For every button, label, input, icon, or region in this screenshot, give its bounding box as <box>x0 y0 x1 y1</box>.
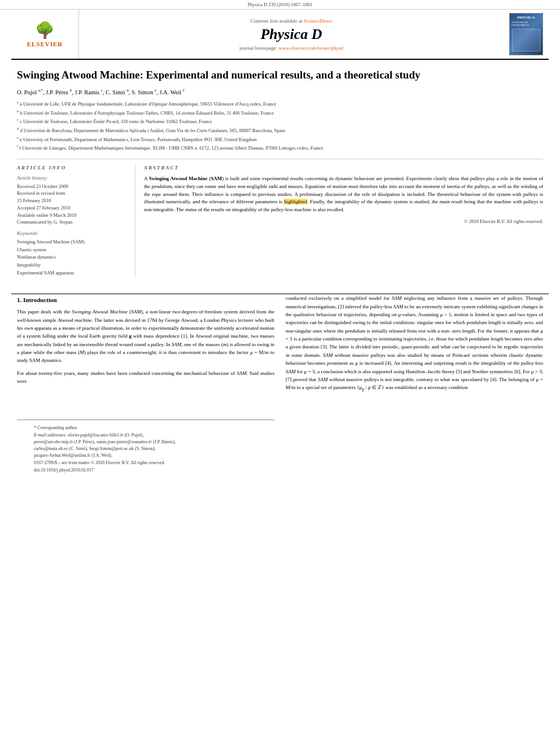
body-left-paragraph-2: For about twenty-five years, many studie… <box>17 369 274 386</box>
page-container: Physica D 239 (2010) 1067–1081 🌳 ELSEVIE… <box>0 0 560 477</box>
elsevier-logo-area: 🌳 ELSEVIER <box>11 10 79 59</box>
author-sup-d: d <box>126 88 129 93</box>
abstract-text: A Swinging Atwood Machine (SAM) is built… <box>144 175 543 215</box>
journal-homepage-line: journal homepage: www.elsevier.com/locat… <box>239 45 343 51</box>
authors-line: O. Pujol a,*, J.P. Pérez b, J.P. Ramis c… <box>17 88 543 95</box>
footnote-corresponding: * Corresponding author. <box>34 425 257 431</box>
journal-title-banner: Physica D <box>260 26 322 43</box>
author-sup-b: b <box>70 88 72 93</box>
author-sup-f: f <box>183 88 184 93</box>
body-right-paragraph-1: conducted exclusively on a simplified mo… <box>286 294 543 393</box>
homepage-label: journal homepage: <box>239 45 277 51</box>
author-sup-c: c <box>101 88 103 93</box>
article-history-title: Article history: <box>17 175 128 181</box>
elsevier-logo: ELSEVIER <box>27 41 63 47</box>
journal-ref-text: Physica D 239 (2010) 1067–1081 <box>248 2 313 7</box>
footnote-doi: doi:10.1016/j.physd.2010.02.017 <box>34 467 257 474</box>
sciencedirect-line: Contents lists available at ScienceDirec… <box>251 18 333 24</box>
copyright-line: © 2010 Elsevier B.V. All rights reserved… <box>144 219 543 224</box>
keyword-5: Experimental SAM apparatus <box>17 269 128 277</box>
keywords-title: Keywords: <box>17 230 128 236</box>
affiliation-b: b b Université de Toulouse, Laboratoire … <box>17 108 543 117</box>
footnote-emails: E-mail addresses: olivier.pujol@loa.univ… <box>34 432 257 459</box>
footnote-issn: 0167-2789/$ – see front matter © 2010 El… <box>34 460 257 466</box>
article-meta-row: ARTICLE INFO Article history: Received 2… <box>17 159 543 277</box>
article-info-title: ARTICLE INFO <box>17 165 128 171</box>
journal-header-bar: 🌳 ELSEVIER Contents lists available at S… <box>11 10 549 60</box>
keyword-4: Integrability <box>17 261 128 269</box>
article-title: Swinging Atwood Machine: Experimental an… <box>17 68 543 82</box>
footnote-area: * Corresponding author. E-mail addresses… <box>17 420 274 477</box>
affiliation-f: f f Université de Limoges, Département M… <box>17 143 543 152</box>
keywords-section: Keywords: Swinging Atwood Machine (SAM) … <box>17 230 128 277</box>
article-info-column: ARTICLE INFO Article history: Received 2… <box>17 165 135 277</box>
abstract-column: ABSTRACT A Swinging Atwood Machine (SAM)… <box>144 165 543 277</box>
keyword-3: Nonlinear dynamics <box>17 254 128 261</box>
body-left-paragraph-1: This paper deals with the Swinging Atwoo… <box>17 308 274 365</box>
keyword-2: Chaotic system <box>17 246 128 254</box>
affiliation-c: c c Université de Toulouse, Laboratoire … <box>17 117 543 125</box>
journal-cover-area: PHYSICA NONLINEAR PHENOMENA <box>504 10 549 59</box>
main-body: 1. Introduction This paper deals with th… <box>0 294 560 477</box>
section-1-title: 1. Introduction <box>17 296 274 303</box>
abstract-title: ABSTRACT <box>144 165 543 171</box>
cover-subtitle: NONLINEAR PHENOMENA <box>511 21 541 27</box>
sciencedirect-link[interactable]: ScienceDirect <box>304 18 332 24</box>
affiliation-e: e e University of Portsmouth, Department… <box>17 135 543 143</box>
article-content: Swinging Atwood Machine: Experimental an… <box>0 60 560 294</box>
journal-cover-thumb: PHYSICA NONLINEAR PHENOMENA <box>509 13 543 55</box>
cover-image-area <box>512 29 540 51</box>
highlighted-word: highlighted <box>284 199 307 204</box>
journal-center: Contents lists available at ScienceDirec… <box>79 10 504 59</box>
article-history-dates: Received 23 October 2009 Received in rev… <box>17 183 128 226</box>
journal-reference: Physica D 239 (2010) 1067–1081 <box>0 0 560 10</box>
author-sup-e: e <box>155 88 156 93</box>
elsevier-tree-icon: 🌳 <box>35 21 55 40</box>
affiliation-a: a a Université de Lille, UFR de Physique… <box>17 99 543 108</box>
affiliations: a a Université de Lille, UFR de Physique… <box>17 99 543 151</box>
sciencedirect-text: Contents lists available at <box>251 18 303 24</box>
keyword-1: Swinging Atwood Machine (SAM) <box>17 238 128 246</box>
journal-homepage-link[interactable]: www.elsevier.com/locate/physd <box>279 45 343 51</box>
cover-title-text: PHYSICA <box>517 15 535 20</box>
affiliation-d: d d Universitat de Barcelona, Departamen… <box>17 126 543 134</box>
body-right-column: conducted exclusively on a simplified mo… <box>286 294 543 477</box>
author-sup-a: a,* <box>38 88 43 93</box>
body-left-column: 1. Introduction This paper deals with th… <box>17 294 274 477</box>
